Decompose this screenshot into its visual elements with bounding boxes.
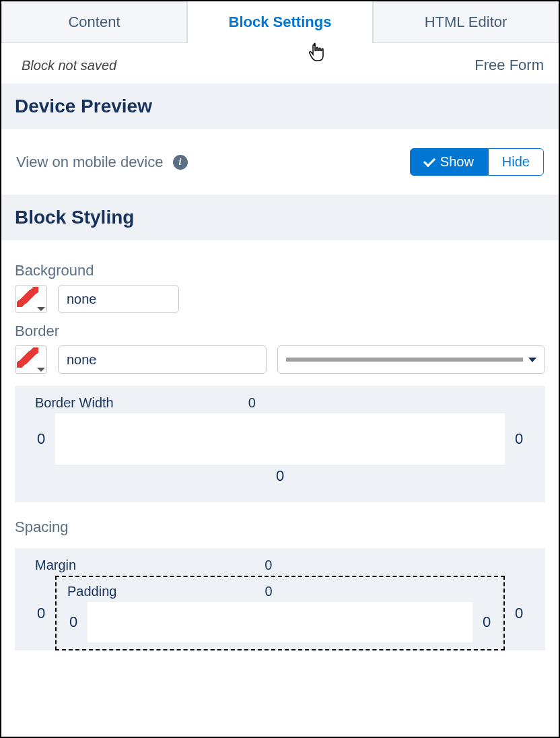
device-preview-row: View on mobile device i Show Hide xyxy=(1,129,559,195)
hide-button[interactable]: Hide xyxy=(488,148,544,176)
chevron-down-icon xyxy=(528,358,536,362)
show-hide-toggle: Show Hide xyxy=(410,148,544,176)
check-icon xyxy=(423,154,435,166)
border-label: Border xyxy=(15,323,545,340)
block-not-saved-label: Block not saved xyxy=(22,58,116,73)
free-form-label: Free Form xyxy=(475,57,544,74)
border-width-right[interactable]: 0 xyxy=(513,430,525,448)
border-width-left[interactable]: 0 xyxy=(35,430,47,448)
background-color-picker[interactable] xyxy=(15,285,47,313)
padding-top[interactable]: 0 xyxy=(265,584,272,602)
block-styling-heading: Block Styling xyxy=(1,195,559,240)
status-row: Block not saved Free Form xyxy=(1,43,559,83)
tab-html-editor[interactable]: HTML Editor xyxy=(373,1,559,43)
border-style-line-preview xyxy=(286,358,523,362)
margin-left[interactable]: 0 xyxy=(35,605,47,622)
show-button[interactable]: Show xyxy=(410,148,488,176)
border-color-picker[interactable] xyxy=(15,345,47,374)
info-icon[interactable]: i xyxy=(173,155,188,170)
view-mobile-label: View on mobile device xyxy=(16,154,164,171)
padding-label: Padding xyxy=(67,584,116,602)
margin-label: Margin xyxy=(35,558,76,576)
border-value-input[interactable] xyxy=(58,345,267,374)
border-width-top[interactable]: 0 xyxy=(248,395,256,413)
show-label: Show xyxy=(440,154,474,170)
border-style-select[interactable] xyxy=(277,345,545,374)
spacing-box: Margin 0 0 Padding 0 0 0 0 xyxy=(15,548,545,650)
padding-right[interactable]: 0 xyxy=(481,613,493,631)
border-width-inner xyxy=(55,413,505,465)
margin-top[interactable]: 0 xyxy=(265,558,272,576)
border-width-bottom[interactable]: 0 xyxy=(35,465,525,488)
padding-box: Padding 0 0 0 xyxy=(55,576,505,650)
border-width-label: Border Width xyxy=(35,395,114,413)
border-width-box: Border Width 0 0 0 0 xyxy=(15,386,545,502)
tab-content[interactable]: Content xyxy=(1,1,187,43)
margin-right[interactable]: 0 xyxy=(513,605,525,622)
device-preview-heading: Device Preview xyxy=(1,83,559,129)
background-label: Background xyxy=(15,262,545,279)
spacing-label: Spacing xyxy=(15,518,545,536)
background-value-input[interactable] xyxy=(58,285,179,313)
tabs: Content Block Settings HTML Editor xyxy=(1,1,559,43)
padding-inner xyxy=(88,602,473,642)
tab-block-settings[interactable]: Block Settings xyxy=(187,1,373,43)
padding-left[interactable]: 0 xyxy=(67,613,79,631)
